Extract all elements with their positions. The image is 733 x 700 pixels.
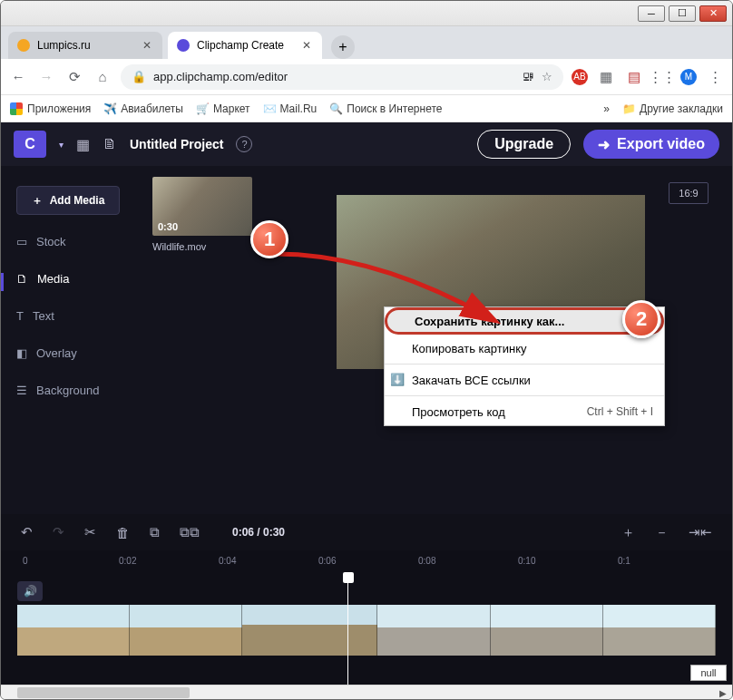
ctx-copy-image[interactable]: Копировать картинку (385, 335, 664, 362)
add-media-button[interactable]: ＋Add Media (16, 186, 120, 215)
clip-segment[interactable] (491, 605, 603, 656)
bookmark-item[interactable]: ✉️Mail.Ru (263, 102, 318, 115)
playhead[interactable] (347, 574, 348, 685)
undo-button[interactable]: ↶ (21, 524, 33, 540)
tab-close-icon[interactable]: ✕ (300, 39, 313, 52)
apps-shortcut[interactable]: Приложения (10, 102, 91, 115)
cut-button[interactable]: ✂ (84, 524, 96, 540)
brand-logo[interactable]: C (14, 131, 46, 158)
tick-label: 0:02 (119, 556, 136, 566)
tab-lumpics[interactable]: Lumpics.ru ✕ (8, 32, 162, 59)
export-button[interactable]: ➜Export video (583, 130, 719, 159)
profile-avatar[interactable]: M (680, 69, 697, 85)
bookmark-item[interactable]: 🔍Поиск в Интернете (329, 102, 442, 115)
time-readout: 0:06 / 0:30 (232, 526, 285, 539)
star-icon[interactable]: ☆ (542, 70, 552, 83)
timeline[interactable]: 🔊 null (1, 574, 732, 685)
translate-icon[interactable]: 🖳 (523, 70, 534, 83)
media-thumbnail[interactable]: 0:30 Wildlife.mov (152, 177, 252, 252)
menu-button[interactable]: ⋮ (705, 67, 725, 87)
project-title[interactable]: Untitled Project (130, 137, 223, 151)
clip-segment[interactable] (17, 605, 130, 656)
maximize-button[interactable]: ☐ (669, 5, 696, 22)
video-icon[interactable]: ▦ (76, 136, 90, 153)
media-icon: 🗋 (16, 272, 28, 286)
tab-strip: Lumpics.ru ✕ Clipchamp Create ✕ + (1, 26, 732, 59)
download-icon: ⬇️ (390, 373, 405, 387)
separator (385, 395, 664, 396)
favicon-icon (17, 39, 30, 52)
zoom-out-button[interactable]: － (655, 524, 669, 541)
copy-button[interactable]: ⧉ (150, 524, 160, 540)
forward-button[interactable]: → (36, 67, 56, 87)
sidebar-item-overlay[interactable]: ◧Overlay (16, 343, 120, 364)
sidebar-item-stock[interactable]: ▭Stock (16, 231, 120, 252)
home-button[interactable]: ⌂ (93, 67, 112, 87)
apps-icon (10, 102, 23, 115)
fit-button[interactable]: ⇥⇤ (689, 524, 712, 541)
tick-label: 0 (23, 556, 28, 566)
browser-window: ─ ☐ ✕ Lumpics.ru ✕ Clipchamp Create ✕ + … (0, 0, 733, 700)
clip-strip[interactable] (17, 605, 716, 656)
layers-icon: ☰ (16, 384, 27, 397)
zoom-in-button[interactable]: ＋ (621, 524, 635, 541)
clip-segment[interactable] (377, 605, 490, 656)
ctx-download-links[interactable]: ⬇️ Закачать ВСЕ ссылки (385, 366, 664, 394)
plus-icon: ＋ (32, 193, 43, 209)
address-bar[interactable]: 🔒 app.clipchamp.com/editor 🖳 ☆ (121, 64, 563, 90)
speaker-icon: 🔊 (24, 585, 37, 598)
audio-toggle[interactable]: 🔊 (17, 581, 43, 601)
step-badge-2: 2 (622, 300, 660, 338)
reload-button[interactable]: ⟳ (64, 67, 84, 87)
shortcut-label: Ctrl + Shift + I (587, 405, 653, 418)
clip-segment[interactable] (242, 605, 377, 656)
lock-icon: 🔒 (132, 70, 146, 83)
close-window-button[interactable]: ✕ (699, 5, 727, 22)
bookmark-item[interactable]: ✈️Авиабилеты (103, 102, 183, 115)
tab-close-icon[interactable]: ✕ (141, 39, 153, 52)
thumbnail-image: 0:30 (152, 177, 252, 236)
help-button[interactable]: ? (236, 136, 252, 152)
upgrade-button[interactable]: Upgrade (477, 130, 571, 159)
extension-icon[interactable]: ▦ (596, 67, 616, 87)
sidebar-item-text[interactable]: TText (16, 306, 120, 326)
minimize-button[interactable]: ─ (638, 5, 665, 22)
app-topbar: C ▾ ▦ 🗎 Untitled Project ? Upgrade ➜Expo… (1, 122, 732, 166)
scroll-thumb[interactable] (17, 687, 190, 698)
redo-button[interactable]: ↷ (53, 524, 64, 540)
adblock-icon[interactable]: AB (572, 69, 588, 85)
timeline-toolbar: ↶ ↷ ✂ 🗑 ⧉ ⧉⧉ 0:06 / 0:30 ＋ － ⇥⇤ (1, 514, 732, 550)
sidebar-item-background[interactable]: ☰Background (16, 380, 120, 401)
overlay-icon: ◧ (16, 346, 27, 360)
aspect-ratio-button[interactable]: 16:9 (669, 182, 709, 204)
file-icon[interactable]: 🗎 (103, 136, 117, 152)
os-titlebar: ─ ☐ ✕ (1, 1, 732, 26)
bookmark-item[interactable]: 🛒Маркет (196, 102, 250, 115)
other-bookmarks[interactable]: 📁Другие закладки (622, 102, 723, 115)
delete-button[interactable]: 🗑 (116, 525, 130, 540)
folder-icon: 📁 (622, 102, 635, 115)
extension-icon[interactable]: ⋮⋮ (652, 67, 672, 87)
ctx-inspect[interactable]: Просмотреть код Ctrl + Shift + I (385, 398, 664, 425)
sidebar-item-media[interactable]: 🗋Media (16, 268, 120, 289)
duplicate-button[interactable]: ⧉⧉ (180, 524, 200, 540)
stock-icon: ▭ (16, 235, 27, 248)
back-button[interactable]: ← (8, 67, 28, 87)
mail-icon: ✉️ (263, 102, 276, 115)
tab-clipchamp[interactable]: Clipchamp Create ✕ (168, 32, 322, 59)
horizontal-scrollbar[interactable]: ▶ (1, 685, 732, 699)
time-ruler[interactable]: 0 0:02 0:04 0:06 0:08 0:10 0:1 (1, 550, 732, 574)
scroll-right-icon[interactable]: ▶ (716, 685, 730, 700)
tick-label: 0:08 (418, 556, 435, 566)
active-indicator (1, 273, 4, 291)
duration-badge: 0:30 (158, 221, 178, 232)
new-tab-button[interactable]: + (331, 35, 355, 59)
pdf-icon[interactable]: ▤ (624, 67, 644, 87)
clip-segment[interactable] (603, 605, 716, 656)
playhead-knob[interactable] (343, 572, 354, 583)
bookmarks-overflow[interactable]: » (603, 102, 610, 115)
chevron-down-icon[interactable]: ▾ (59, 140, 64, 150)
step-badge-1: 1 (250, 220, 288, 258)
work-row: ＋Add Media ▭Stock 🗋Media TText ◧Overlay … (1, 166, 732, 514)
clip-segment[interactable] (130, 605, 242, 656)
